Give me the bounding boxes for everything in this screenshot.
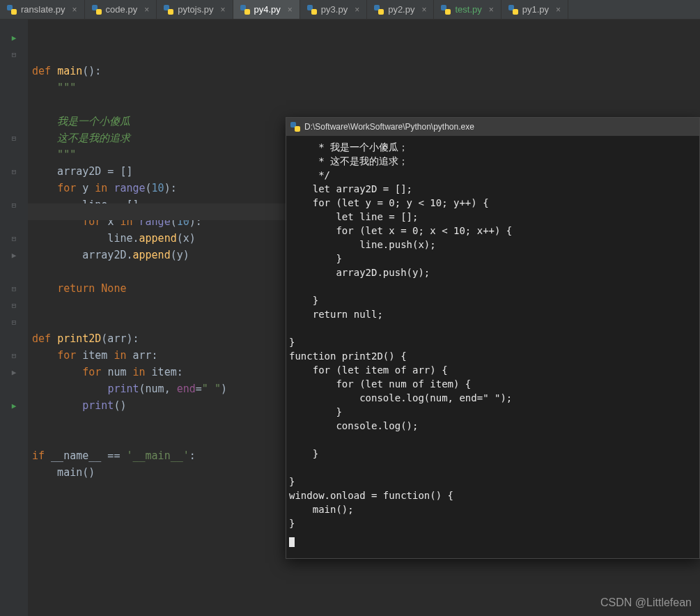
code-token: :: [189, 449, 196, 462]
tab-label: ranslate.py: [21, 4, 65, 15]
code-token: end: [177, 383, 196, 395]
code-token: main: [57, 65, 82, 77]
close-icon[interactable]: ×: [144, 5, 149, 15]
close-icon[interactable]: ×: [421, 5, 426, 15]
code-token: in: [133, 366, 152, 378]
tab-label: py4.py: [254, 4, 281, 15]
tab-ranslate[interactable]: ranslate.py ×: [0, 0, 85, 19]
run-icon[interactable]: ▶: [0, 397, 28, 414]
fold-icon[interactable]: ⊟: [0, 280, 28, 297]
python-icon: [441, 5, 451, 15]
python-icon: [307, 5, 317, 15]
fold-icon[interactable]: ⊟: [0, 46, 28, 63]
python-icon: [164, 5, 173, 15]
code-token: " ": [202, 383, 221, 395]
code-token: append: [139, 232, 177, 245]
code-token: (: [146, 182, 152, 194]
code-token: =: [196, 383, 202, 395]
code-token: array2D.: [32, 249, 133, 261]
code-token: in: [114, 349, 132, 362]
code-comment: 我是一个小傻瓜: [32, 115, 130, 128]
code-token: (num,: [139, 383, 177, 395]
tab-label: py2.py: [388, 4, 414, 15]
close-icon[interactable]: ×: [355, 5, 359, 15]
fold-closed-icon[interactable]: ▶: [0, 247, 28, 263]
code-token: __name__ ==: [51, 449, 126, 462]
code-token: return: [57, 282, 101, 295]
close-icon[interactable]: ×: [220, 5, 225, 15]
fold-end-icon[interactable]: ⊟: [0, 347, 28, 364]
close-icon[interactable]: ×: [489, 5, 494, 15]
fold-icon[interactable]: ⊟: [0, 163, 28, 180]
code-token: if: [32, 449, 51, 462]
close-icon[interactable]: ×: [72, 5, 77, 15]
code-token: [32, 383, 107, 395]
code-token: print2D: [57, 332, 101, 345]
fold-end-icon[interactable]: ⊟: [0, 197, 28, 213]
code-token: [32, 349, 57, 362]
close-icon[interactable]: ×: [556, 5, 561, 15]
python-icon: [240, 5, 250, 15]
tab-py1[interactable]: py1.py ×: [501, 0, 568, 19]
fold-closed-icon[interactable]: ▶: [0, 364, 28, 380]
code-token: def: [32, 65, 57, 77]
gutter: ▶ ⊟ ⊟ ⊟ ⊟ ⊟ ▶ ⊟ ⊟ ⊟ ⊟ ▶ ▶: [0, 20, 28, 616]
console-titlebar[interactable]: D:\Software\WorkSoftware\Python\python.e…: [286, 118, 699, 136]
python-icon: [92, 5, 102, 15]
tab-py2[interactable]: py2.py ×: [367, 0, 434, 19]
console-window[interactable]: D:\Software\WorkSoftware\Python\python.e…: [286, 117, 700, 559]
code-token: for: [57, 182, 82, 194]
code-token: print: [107, 383, 139, 395]
tab-label: py3.py: [321, 4, 348, 15]
code-token: [32, 282, 57, 295]
python-icon: [7, 5, 17, 15]
code-token: ):: [164, 182, 177, 194]
code-token: in: [95, 182, 114, 194]
code-token: 10: [152, 182, 164, 194]
code-token: '__main__': [126, 449, 189, 462]
code-token: (arr):: [101, 332, 139, 345]
code-token: num: [107, 366, 132, 378]
code-token: """: [32, 82, 76, 94]
tab-py4[interactable]: py4.py ×: [233, 0, 300, 19]
code-token: append: [133, 249, 171, 261]
console-title: D:\Software\WorkSoftware\Python\python.e…: [304, 120, 474, 134]
code-token: None: [101, 282, 126, 295]
console-cursor: [289, 537, 295, 547]
tab-pytojs[interactable]: pytojs.py ×: [157, 0, 233, 19]
code-comment: 这不是我的追求: [32, 132, 130, 144]
python-icon: [508, 5, 518, 15]
fold-icon[interactable]: ⊟: [0, 297, 28, 314]
tab-test[interactable]: test.py ×: [434, 0, 501, 19]
fold-icon[interactable]: ⊟: [0, 130, 28, 146]
tab-code[interactable]: code.py ×: [85, 0, 157, 19]
code-token: [32, 182, 57, 194]
code-token: [32, 366, 82, 378]
code-token: ():: [82, 65, 101, 77]
tab-label: test.py: [455, 4, 481, 15]
code-token: item:: [152, 366, 183, 378]
close-icon[interactable]: ×: [288, 5, 293, 15]
code-token: """: [32, 148, 76, 161]
python-icon: [374, 5, 384, 15]
code-token: range: [114, 182, 145, 194]
watermark: CSDN @Littlefean: [600, 596, 692, 609]
tab-py3[interactable]: py3.py ×: [300, 0, 367, 19]
fold-icon[interactable]: ⊟: [0, 314, 28, 330]
console-output[interactable]: * 我是一个小傻瓜； * 这不是我的追求； */ let array2D = […: [286, 136, 699, 534]
code-token: (): [114, 399, 126, 412]
code-token: (y): [171, 249, 189, 261]
code-token: ): [221, 383, 227, 395]
code-token: main(): [32, 466, 95, 479]
code-token: [32, 399, 82, 412]
code-token: print: [82, 399, 114, 412]
tab-bar: ranslate.py × code.py × pytojs.py × py4.…: [0, 0, 700, 20]
code-token: item: [82, 349, 114, 362]
fold-end-icon[interactable]: ⊟: [0, 230, 28, 247]
code-token: (x): [177, 232, 196, 245]
run-icon[interactable]: ▶: [0, 29, 28, 46]
code-token: for: [82, 366, 107, 378]
code-token: def: [32, 332, 57, 345]
code-token: array2D = []: [32, 165, 133, 178]
code-token: arr:: [133, 349, 158, 362]
